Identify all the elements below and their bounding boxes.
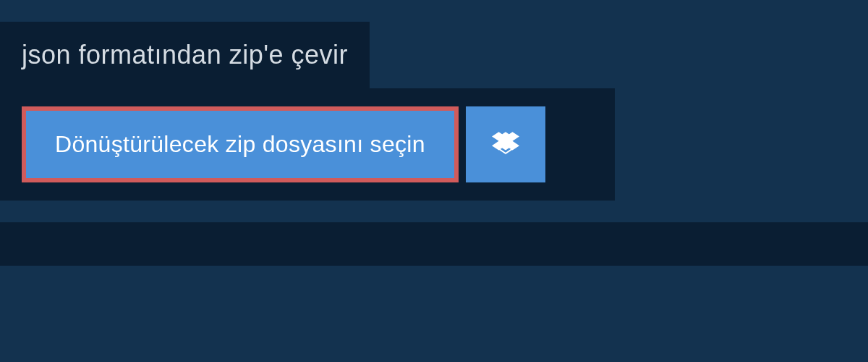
button-row: Dönüştürülecek zip dosyasını seçin xyxy=(22,106,593,182)
header-tab: json formatından zip'e çevir xyxy=(0,22,370,88)
dropbox-icon xyxy=(492,130,519,159)
upload-panel: Dönüştürülecek zip dosyasını seçin xyxy=(0,88,615,201)
page-title: json formatından zip'e çevir xyxy=(22,40,348,70)
dropbox-button[interactable] xyxy=(466,106,545,182)
select-file-label: Dönüştürülecek zip dosyasını seçin xyxy=(55,131,425,158)
footer-bar xyxy=(0,222,868,266)
select-file-button[interactable]: Dönüştürülecek zip dosyasını seçin xyxy=(22,106,459,182)
